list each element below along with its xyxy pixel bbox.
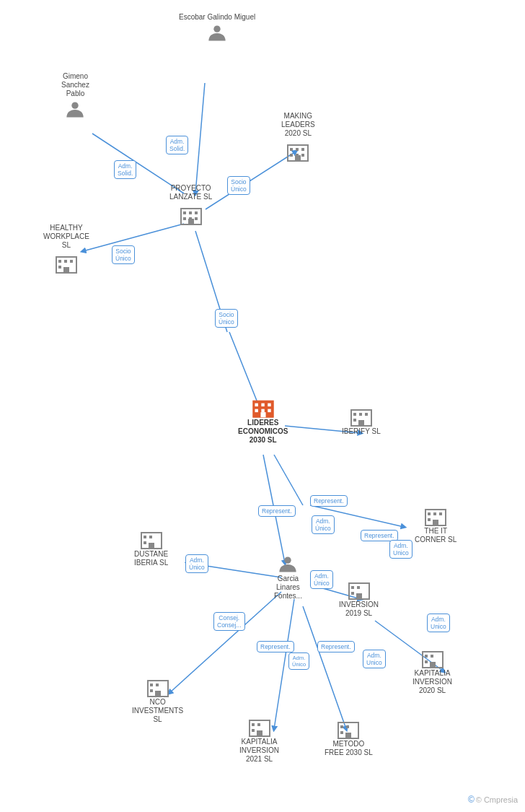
svg-rect-51	[365, 413, 368, 416]
svg-rect-43	[268, 403, 270, 406]
building-icon-metodo	[337, 717, 360, 740]
svg-rect-35	[58, 260, 61, 263]
node-escobar: Escobar Galindo Miguel	[179, 13, 255, 43]
svg-rect-89	[425, 660, 428, 663]
svg-rect-72	[150, 684, 153, 686]
node-lideres: LIDERESECONOMICOS2030 SL	[238, 396, 288, 446]
svg-rect-45	[261, 409, 264, 412]
badge-adm-unico-1[interactable]: Adm.Único	[312, 515, 335, 534]
svg-rect-24	[195, 217, 198, 220]
diagram: Escobar Galindo Miguel GimenoSanchezPabl…	[0, 0, 525, 812]
person-icon-garcia	[278, 554, 298, 575]
svg-rect-75	[155, 691, 161, 697]
node-making: MAKINGLEADERS2020 SL	[281, 112, 315, 162]
badge-adm-unico-6[interactable]: Adm.Unico	[363, 650, 386, 668]
badge-socio-unico-2[interactable]: SocioÚnico	[112, 245, 135, 264]
node-dustane: DUSTANEIBERIA SL	[134, 527, 168, 569]
svg-rect-78	[257, 723, 260, 726]
badge-adm-unico-2[interactable]: Adm.Unico	[389, 540, 412, 559]
badge-socio-unico-3[interactable]: SocioÚnico	[215, 309, 238, 328]
svg-rect-63	[144, 541, 146, 544]
badge-consej-1[interactable]: Consej.Consej...	[213, 612, 245, 631]
svg-point-17	[72, 102, 79, 109]
node-nco: NCOINVESTMENTSSL	[132, 675, 183, 725]
building-icon-kapitalia2021	[248, 715, 271, 738]
node-proyecto: PROYECTOLANZATE SL	[169, 184, 212, 226]
svg-rect-74	[150, 689, 153, 692]
node-the-it-corner: THE ITCORNER SL	[415, 504, 456, 546]
building-icon-making	[286, 139, 309, 162]
building-icon-theitcorner	[424, 504, 447, 527]
svg-rect-64	[149, 543, 154, 549]
svg-rect-59	[433, 520, 438, 525]
svg-rect-79	[252, 729, 255, 732]
svg-rect-32	[301, 154, 304, 157]
svg-rect-33	[295, 155, 301, 161]
svg-rect-69	[351, 592, 354, 595]
building-icon-inversion2019	[348, 577, 371, 601]
badge-adm-unico-5[interactable]: Adm.Único	[288, 652, 309, 670]
badge-represent-5[interactable]: Represent.	[317, 641, 355, 652]
badge-adm-solid-1[interactable]: Adm.Solid.	[166, 136, 188, 154]
badge-adm-unico-7[interactable]: Adm.Unico	[427, 614, 450, 632]
svg-rect-57	[439, 512, 442, 515]
svg-rect-83	[346, 725, 349, 728]
svg-point-65	[285, 557, 291, 564]
svg-rect-37	[70, 260, 73, 263]
node-kapitalia2021: KAPITALIAINVERSION2021 SL	[239, 715, 279, 765]
badge-adm-unico-3[interactable]: Adm.Único	[185, 554, 208, 573]
svg-line-0	[195, 83, 205, 193]
svg-rect-58	[428, 518, 431, 521]
svg-rect-21	[195, 211, 198, 214]
node-metodo: METODOFREE 2030 SL	[325, 717, 373, 759]
node-healthy: HEALTHYWORKPLACESL	[43, 224, 89, 274]
svg-line-12	[303, 606, 346, 729]
svg-rect-27	[290, 148, 293, 151]
svg-rect-44	[255, 409, 257, 412]
svg-rect-55	[428, 512, 431, 515]
building-icon-kapitalia2020	[421, 646, 444, 669]
badge-adm-solid-2[interactable]: Adm.Solid.	[114, 160, 136, 179]
svg-rect-73	[156, 684, 159, 686]
svg-rect-29	[301, 148, 304, 151]
badge-represent-2[interactable]: Represent.	[258, 505, 296, 517]
svg-rect-39	[63, 267, 69, 273]
badge-represent-4[interactable]: Represent.	[257, 641, 294, 652]
svg-rect-82	[340, 725, 343, 728]
node-kapitalia2020: KAPITALIAINVERSION2020 SL	[412, 646, 452, 697]
badge-represent-1[interactable]: Represent.	[310, 495, 348, 507]
svg-rect-42	[261, 403, 264, 406]
svg-rect-41	[255, 403, 257, 406]
badge-adm-unico-4[interactable]: Adm.Único	[310, 570, 333, 589]
watermark-text: © Cmpresia	[476, 795, 518, 804]
svg-rect-62	[149, 536, 152, 538]
person-icon-escobar	[207, 23, 227, 43]
svg-rect-67	[351, 586, 354, 589]
svg-rect-56	[433, 512, 436, 515]
svg-rect-30	[290, 154, 293, 157]
node-iberify: IBERIFY SL	[342, 404, 381, 437]
badge-socio-unico-1[interactable]: SocioÚnico	[227, 176, 250, 195]
svg-rect-46	[268, 409, 270, 412]
svg-rect-50	[359, 413, 362, 416]
node-garcia: GarciaLinaresFontes...	[274, 554, 302, 602]
building-icon-lideres	[252, 396, 275, 419]
svg-rect-90	[430, 662, 436, 668]
svg-rect-70	[356, 593, 362, 599]
building-icon-healthy	[55, 251, 78, 274]
svg-rect-49	[353, 413, 356, 416]
building-icon-nco	[146, 675, 169, 698]
svg-rect-20	[189, 211, 192, 214]
svg-rect-22	[183, 217, 186, 220]
svg-rect-88	[431, 655, 433, 658]
person-icon-gimeno	[65, 100, 85, 120]
svg-line-15	[274, 455, 303, 505]
node-gimeno: GimenoSanchezPablo	[61, 72, 89, 120]
svg-rect-38	[58, 266, 61, 269]
svg-rect-77	[252, 723, 255, 726]
svg-rect-28	[296, 148, 299, 151]
svg-rect-61	[144, 536, 146, 538]
node-inversion2019: INVERSION2019 SL	[339, 577, 379, 619]
svg-rect-52	[353, 419, 356, 422]
svg-rect-25	[188, 219, 194, 224]
